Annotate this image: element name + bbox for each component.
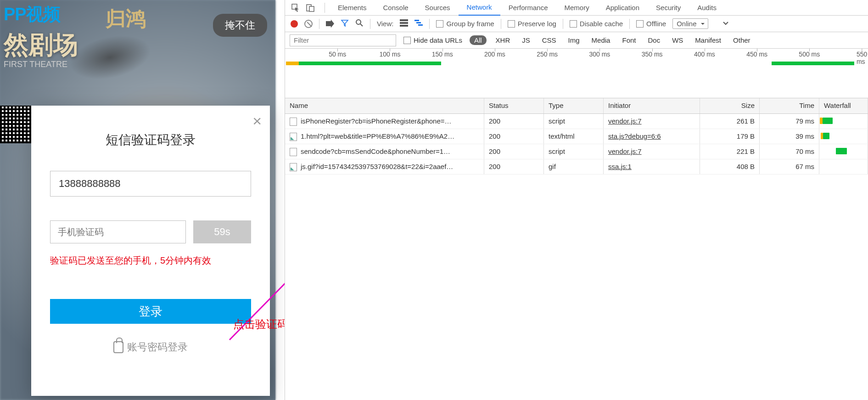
tab-memory[interactable]: Memory bbox=[556, 0, 598, 16]
timeline-tick: 150 ms bbox=[432, 51, 453, 58]
filter-type-all[interactable]: All bbox=[470, 35, 487, 45]
password-login-link[interactable]: 账号密码登录 bbox=[31, 340, 270, 354]
chevron-down-icon[interactable] bbox=[723, 20, 728, 28]
svg-rect-3 bbox=[309, 6, 314, 11]
device-toggle-icon[interactable] bbox=[305, 3, 315, 13]
tab-network[interactable]: Network bbox=[459, 0, 500, 16]
login-button[interactable]: 登录 bbox=[50, 299, 251, 324]
large-rows-icon[interactable] bbox=[400, 19, 408, 28]
close-icon[interactable]: × bbox=[252, 112, 262, 130]
timeline-tick: 500 ms bbox=[799, 51, 820, 58]
col-initiator[interactable]: Initiator bbox=[604, 98, 700, 113]
preserve-log-checkbox[interactable]: Preserve log bbox=[508, 20, 556, 28]
throttling-select[interactable]: Online bbox=[672, 18, 708, 29]
col-type[interactable]: Type bbox=[544, 98, 604, 113]
table-row[interactable]: 1.html?plt=web&title=PP%E8%A7%86%E9%A2…2… bbox=[285, 129, 868, 144]
theatre-title: 然剧场 bbox=[4, 28, 78, 62]
timeline-tick: 300 ms bbox=[589, 51, 610, 58]
tab-elements[interactable]: Elements bbox=[330, 0, 375, 16]
record-icon[interactable] bbox=[291, 20, 298, 28]
filter-type-manifest[interactable]: Manifest bbox=[692, 35, 724, 45]
offline-checkbox[interactable]: Offline bbox=[636, 20, 666, 28]
status-cell: 200 bbox=[484, 114, 544, 129]
screenshot-icon[interactable] bbox=[326, 20, 334, 28]
group-by-frame-checkbox[interactable]: Group by frame bbox=[436, 20, 494, 28]
table-row[interactable]: sendcode?cb=msSendCode&phoneNumber=1…200… bbox=[285, 144, 868, 159]
file-icon bbox=[290, 163, 297, 171]
time-cell: 67 ms bbox=[760, 159, 819, 174]
devtools-tabbar: ElementsConsoleSourcesNetworkPerformance… bbox=[285, 0, 868, 16]
table-row[interactable]: js.gif?id=1574342539753769028&t=22&i=2aa… bbox=[285, 159, 868, 175]
col-size[interactable]: Size bbox=[700, 98, 760, 113]
request-name: isPhoneRegister?cb=isPhoneRegister&phone… bbox=[301, 117, 452, 125]
time-cell: 79 ms bbox=[760, 114, 819, 129]
size-cell: 408 B bbox=[700, 159, 760, 174]
time-cell: 70 ms bbox=[760, 144, 819, 159]
filter-input[interactable] bbox=[290, 34, 396, 46]
filter-type-font[interactable]: Font bbox=[619, 35, 638, 45]
disable-cache-checkbox[interactable]: Disable cache bbox=[570, 20, 623, 28]
waterfall-cell bbox=[819, 114, 868, 129]
table-row[interactable]: isPhoneRegister?cb=isPhoneRegister&phone… bbox=[285, 114, 868, 129]
send-code-button[interactable]: 59s bbox=[193, 220, 251, 243]
network-table-header[interactable]: Name Status Type Initiator Size Time Wat… bbox=[285, 98, 868, 114]
clear-icon[interactable] bbox=[304, 20, 313, 28]
tab-security[interactable]: Security bbox=[648, 0, 689, 16]
tab-sources[interactable]: Sources bbox=[417, 0, 459, 16]
timeline-tick: 50 ms bbox=[329, 51, 346, 58]
tab-console[interactable]: Console bbox=[375, 0, 417, 16]
pill-button[interactable]: 掩不住 bbox=[213, 14, 267, 37]
status-cell: 200 bbox=[484, 144, 544, 159]
tab-performance[interactable]: Performance bbox=[500, 0, 556, 16]
waterfall-view-icon[interactable] bbox=[414, 19, 423, 28]
status-cell: 200 bbox=[484, 129, 544, 144]
size-cell: 179 B bbox=[700, 129, 760, 144]
network-timeline[interactable]: 50 ms100 ms150 ms200 ms250 ms300 ms350 m… bbox=[285, 49, 868, 98]
modal-title: 短信验证码登录 bbox=[31, 131, 270, 149]
filter-type-img[interactable]: Img bbox=[566, 35, 582, 45]
password-login-label: 账号密码登录 bbox=[127, 340, 188, 354]
svg-rect-11 bbox=[418, 24, 423, 26]
svg-rect-8 bbox=[400, 25, 408, 27]
filter-type-ws[interactable]: WS bbox=[669, 35, 686, 45]
timeline-tick: 400 ms bbox=[694, 51, 715, 58]
col-name[interactable]: Name bbox=[285, 98, 484, 113]
tab-audits[interactable]: Audits bbox=[689, 0, 725, 16]
phone-input[interactable] bbox=[50, 171, 251, 197]
col-status[interactable]: Status bbox=[484, 98, 544, 113]
filter-funnel-icon[interactable] bbox=[341, 19, 349, 28]
hide-data-urls-checkbox[interactable]: Hide data URLs bbox=[403, 36, 462, 44]
type-cell: gif bbox=[544, 159, 604, 174]
filter-type-xhr[interactable]: XHR bbox=[493, 35, 513, 45]
timeline-tick: 350 ms bbox=[642, 51, 663, 58]
qr-code-corner[interactable] bbox=[0, 106, 31, 143]
sms-code-input[interactable] bbox=[50, 220, 186, 243]
tab-application[interactable]: Application bbox=[598, 0, 648, 16]
type-cell: script bbox=[544, 144, 604, 159]
timeline-tick: 200 ms bbox=[484, 51, 505, 58]
svg-line-5 bbox=[360, 24, 363, 26]
type-cell: script bbox=[544, 114, 604, 129]
inspect-icon[interactable] bbox=[291, 3, 301, 13]
filter-type-media[interactable]: Media bbox=[589, 35, 613, 45]
col-waterfall[interactable]: Waterfall bbox=[819, 98, 868, 113]
network-filter-bar: Hide data URLs AllXHRJSCSSImgMediaFontDo… bbox=[285, 32, 868, 49]
timeline-tick: 450 ms bbox=[746, 51, 767, 58]
filter-type-other[interactable]: Other bbox=[730, 35, 753, 45]
initiator-link[interactable]: vendor.js:7 bbox=[608, 147, 642, 155]
initiator-link[interactable]: ssa.js:1 bbox=[608, 163, 632, 170]
request-name: js.gif?id=1574342539753769028&t=22&i=2aa… bbox=[301, 163, 453, 170]
svg-rect-6 bbox=[400, 19, 408, 21]
initiator-link[interactable]: sta.js?debug=6:6 bbox=[608, 132, 661, 140]
svg-rect-7 bbox=[400, 22, 408, 24]
time-cell: 39 ms bbox=[760, 129, 819, 144]
filter-type-js[interactable]: JS bbox=[519, 35, 533, 45]
filter-type-doc[interactable]: Doc bbox=[645, 35, 663, 45]
col-time[interactable]: Time bbox=[760, 98, 819, 113]
search-icon[interactable] bbox=[355, 19, 364, 28]
initiator-link[interactable]: vendor.js:7 bbox=[608, 117, 642, 125]
filter-type-css[interactable]: CSS bbox=[539, 35, 559, 45]
svg-rect-9 bbox=[414, 20, 419, 21]
site-logo[interactable]: PP视频 bbox=[4, 3, 60, 26]
file-icon bbox=[290, 133, 297, 141]
